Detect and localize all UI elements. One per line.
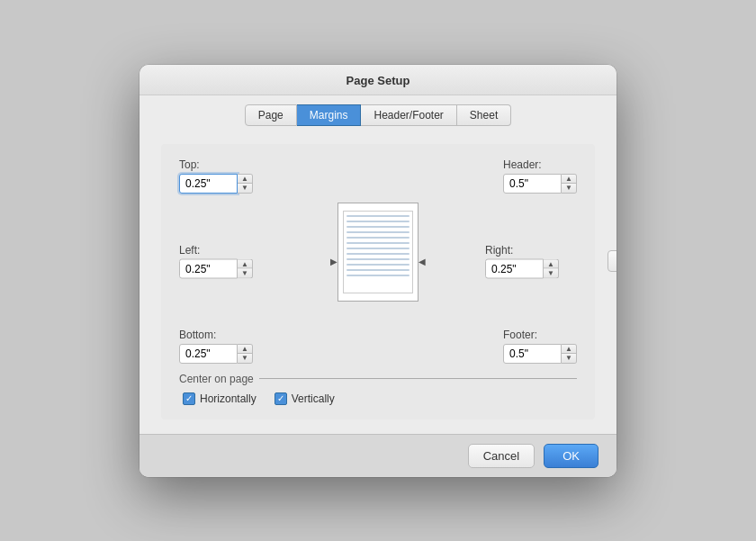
- bottom-input-row: ▲ ▼: [179, 344, 253, 364]
- tab-page[interactable]: Page: [245, 104, 297, 126]
- vertically-label: Vertically: [292, 392, 335, 405]
- left-input[interactable]: [179, 258, 238, 278]
- bottom-spinner-down[interactable]: ▼: [238, 354, 252, 363]
- dialog-title-bar: Page Setup: [140, 65, 616, 95]
- right-input-row: ▲ ▼: [485, 258, 559, 278]
- left-spinner-down[interactable]: ▼: [238, 268, 252, 277]
- page-line: [346, 242, 410, 244]
- middle-section: Left: ▲ ▼ ▶: [179, 203, 577, 320]
- page-line: [346, 258, 410, 260]
- footer-label: Footer:: [503, 329, 577, 341]
- right-spinner-down[interactable]: ▼: [544, 268, 558, 277]
- section-header: Center on page: [179, 373, 577, 385]
- top-input[interactable]: [179, 174, 238, 194]
- horizontally-label: Horizontally: [200, 392, 256, 405]
- margins-area: Top: ▲ ▼ Header: ▲: [161, 144, 595, 419]
- page-preview: [338, 203, 418, 302]
- dialog-content: Top: ▲ ▼ Header: ▲: [140, 126, 616, 434]
- right-spinner-up[interactable]: ▲: [544, 259, 558, 268]
- bottom-spinner-up[interactable]: ▲: [238, 345, 252, 354]
- top-spinner-down[interactable]: ▼: [238, 184, 252, 193]
- left-arrow: ▶: [330, 256, 338, 266]
- right-field-group: Right: ▲ ▼: [485, 243, 559, 278]
- footer-input[interactable]: [503, 344, 562, 364]
- left-spinner-up[interactable]: ▲: [238, 259, 252, 268]
- page-line: [346, 237, 410, 239]
- dialog-title: Page Setup: [346, 74, 410, 87]
- page-line: [346, 275, 410, 276]
- page-setup-dialog: Page Setup Page Margins Header/Footer Sh…: [140, 65, 616, 477]
- page-line: [346, 264, 410, 266]
- top-spinner: ▲ ▼: [238, 174, 253, 194]
- ok-button[interactable]: OK: [544, 444, 598, 468]
- left-label: Left:: [179, 243, 253, 256]
- top-row: Top: ▲ ▼ Header: ▲: [179, 158, 577, 194]
- right-input[interactable]: [485, 258, 544, 278]
- vertically-item: ✓ Vertically: [274, 392, 335, 405]
- center-on-page-section: Center on page ✓ Horizontally ✓ Vertical…: [179, 373, 577, 405]
- left-field-group: Left: ▲ ▼: [179, 243, 253, 278]
- tab-margins[interactable]: Margins: [297, 104, 362, 126]
- page-line: [346, 231, 410, 233]
- top-input-row: ▲ ▼: [179, 174, 253, 194]
- top-spinner-up[interactable]: ▲: [238, 175, 252, 184]
- page-line: [346, 226, 410, 228]
- header-spinner: ▲ ▼: [562, 174, 577, 194]
- dialog-footer: Cancel OK: [140, 434, 616, 477]
- page-preview-container: ▶: [338, 203, 418, 320]
- header-input-row: ▲ ▼: [503, 174, 577, 194]
- header-label: Header:: [503, 158, 577, 171]
- page-lines: [344, 212, 412, 280]
- cancel-button[interactable]: Cancel: [468, 444, 535, 468]
- page-line: [346, 221, 410, 222]
- footer-spinner-up[interactable]: ▲: [562, 345, 576, 354]
- bottom-field-group: Bottom: ▲ ▼: [179, 329, 253, 364]
- section-line: [259, 378, 577, 379]
- tab-sheet[interactable]: Sheet: [457, 104, 511, 126]
- top-label: Top:: [179, 158, 253, 171]
- right-arrow: ◀: [418, 256, 426, 266]
- header-spinner-up[interactable]: ▲: [562, 175, 576, 184]
- header-spinner-down[interactable]: ▼: [562, 184, 576, 193]
- right-spinner: ▲ ▼: [544, 258, 559, 278]
- footer-input-row: ▲ ▼: [503, 344, 577, 364]
- horizontally-item: ✓ Horizontally: [183, 392, 256, 405]
- right-label: Right:: [485, 243, 559, 256]
- bottom-row: Bottom: ▲ ▼ Footer: ▲: [179, 329, 577, 364]
- horizontally-checkbox[interactable]: ✓: [183, 392, 195, 405]
- checkboxes-row: ✓ Horizontally ✓ Vertically: [179, 392, 577, 405]
- footer-field-group: Footer: ▲ ▼: [503, 329, 577, 364]
- header-input[interactable]: [503, 174, 562, 194]
- tabs-bar: Page Margins Header/Footer Sheet: [140, 95, 616, 126]
- bottom-spinner: ▲ ▼: [238, 344, 253, 364]
- page-line: [346, 215, 410, 217]
- left-spinner: ▲ ▼: [238, 258, 253, 278]
- left-input-row: ▲ ▼: [179, 258, 253, 278]
- bottom-label: Bottom:: [179, 329, 253, 341]
- footer-spinner-down[interactable]: ▼: [562, 354, 576, 363]
- tab-header-footer[interactable]: Header/Footer: [361, 104, 456, 126]
- footer-spinner: ▲ ▼: [562, 344, 577, 364]
- page-line: [346, 253, 410, 255]
- page-line: [346, 269, 410, 271]
- vertically-checkbox[interactable]: ✓: [274, 392, 287, 405]
- page-preview-inner: [343, 211, 413, 293]
- options-button[interactable]: Options...: [608, 250, 616, 272]
- bottom-input[interactable]: [179, 344, 238, 364]
- top-field-group: Top: ▲ ▼: [179, 158, 253, 194]
- section-title: Center on page: [179, 373, 254, 385]
- page-line: [346, 248, 410, 249]
- header-field-group: Header: ▲ ▼: [503, 158, 577, 194]
